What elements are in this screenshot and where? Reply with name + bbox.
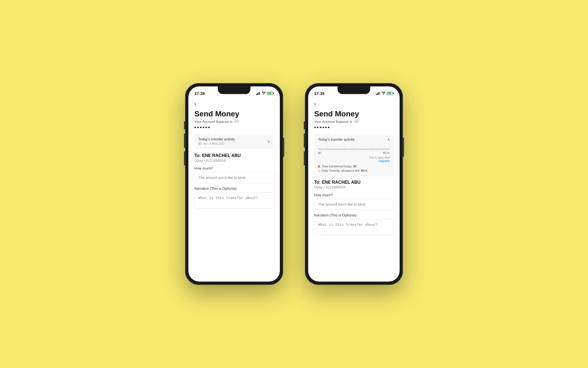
eye-icon-right[interactable]	[354, 119, 359, 124]
tier-info: Tier 1 daily limit	[318, 156, 390, 159]
narration-input-left[interactable]	[194, 192, 274, 209]
balance-label-right: Your Account Balance is	[314, 120, 352, 124]
svg-rect-10	[372, 146, 372, 147]
phone-right: 17:26	[305, 83, 403, 285]
amount-label-right: How much?	[314, 193, 394, 197]
tier-label: Tier 1 daily limit	[369, 156, 390, 159]
mute-button-right[interactable]	[304, 121, 305, 129]
volume-up-button-right[interactable]	[304, 134, 305, 148]
narration-field-section-right: Narration (This is Optional)	[314, 213, 394, 236]
tick-marks	[318, 144, 390, 147]
recipient-section-right: To: ENE RACHEL ABU Opay • 8121688559	[314, 180, 394, 189]
activity-title-left: Today's transfer activity ₦0 out of ₦50,…	[198, 137, 235, 146]
amount-field-section-left: How much?	[194, 166, 274, 183]
back-button-right[interactable]: ‹	[314, 101, 321, 107]
chevron-up-icon-right[interactable]: ∧	[387, 137, 390, 141]
activity-subtitle-left: ₦0 out of ₦50,000	[198, 142, 235, 146]
phone-screen-left: 17:26	[188, 86, 280, 282]
content-right: ‹ Send Money Your Account Balance is •••…	[308, 98, 400, 282]
page-title-left: Send Money	[194, 110, 274, 118]
legend-allowance-text: Daily Transfer allowance left: ₦50k	[322, 169, 367, 173]
legend-transferred-text: Total transferred today: ₦0	[322, 165, 357, 168]
svg-rect-8	[354, 146, 354, 147]
svg-rect-6	[336, 146, 336, 147]
amount-label-left: How much?	[194, 166, 274, 170]
upgrade-link[interactable]: Upgrade	[318, 159, 390, 162]
activity-title-right: Today's transfer activity	[318, 137, 355, 141]
notch	[218, 86, 250, 94]
status-time-left: 17:26	[194, 91, 205, 96]
transfer-activity-right[interactable]: Today's transfer activity ∧	[314, 134, 394, 177]
volume-down-button[interactable]	[184, 151, 185, 165]
svg-rect-5	[327, 146, 327, 147]
status-icons-left	[256, 91, 274, 95]
chevron-down-icon-left[interactable]: ∨	[267, 139, 270, 144]
recipient-name-right: To: ENE RACHEL ABU	[314, 180, 394, 185]
power-button[interactable]	[283, 138, 284, 157]
progress-max-label: ₦50k	[383, 151, 390, 155]
legend-dot-allowance	[318, 170, 320, 172]
status-time-right: 17:26	[314, 91, 324, 96]
volume-down-button-right[interactable]	[304, 151, 305, 165]
svg-rect-12	[390, 145, 390, 147]
progress-labels: ₦0 ₦50k	[318, 151, 390, 155]
activity-header-left[interactable]: Today's transfer activity ₦0 out of ₦50,…	[198, 137, 270, 146]
svg-rect-7	[345, 146, 345, 147]
volume-up-button[interactable]	[184, 134, 185, 148]
svg-rect-11	[380, 146, 381, 147]
balance-row-left: Your Account Balance is	[194, 119, 274, 124]
content-left: ‹ Send Money Your Account Balance is •••…	[188, 98, 280, 282]
svg-rect-4	[318, 145, 318, 147]
recipient-section-left: To: ENE RACHEL ABU Opay • 8121688559	[194, 153, 274, 162]
battery-icon-right	[387, 92, 394, 95]
recipient-sub-left: Opay • 8121688559	[194, 158, 274, 162]
balance-label-left: Your Account Balance is	[194, 120, 232, 124]
back-button-left[interactable]: ‹	[194, 101, 201, 107]
battery-icon	[267, 92, 274, 95]
wifi-icon	[262, 91, 266, 95]
narration-label-left: Narration (This is Optional)	[194, 186, 274, 191]
page-title-right: Send Money	[314, 110, 394, 118]
progress-min-label: ₦0	[318, 151, 321, 155]
amount-input-left[interactable]	[194, 172, 274, 183]
activity-header-right[interactable]: Today's transfer activity ∧	[318, 137, 390, 141]
legend-dot-transferred	[318, 165, 320, 168]
eye-icon-left[interactable]	[234, 119, 239, 124]
recipient-sub-right: Opay • 8121688559	[314, 185, 394, 189]
power-button-right[interactable]	[403, 138, 404, 157]
progress-track	[318, 148, 390, 150]
narration-input-right[interactable]	[314, 219, 394, 235]
narration-label-right: Narration (This is Optional)	[314, 213, 394, 217]
svg-rect-9	[363, 146, 363, 147]
balance-dots-right: ••••••	[314, 124, 394, 131]
amount-field-section-right: How much?	[314, 193, 394, 210]
notch-right	[338, 86, 370, 94]
mute-button[interactable]	[184, 121, 185, 129]
transfer-activity-left[interactable]: Today's transfer activity ₦0 out of ₦50,…	[194, 134, 274, 149]
balance-row-right: Your Account Balance is	[314, 119, 394, 124]
upgrade-container[interactable]: Upgrade	[318, 159, 390, 162]
signal-icon-right	[376, 92, 381, 95]
recipient-name-left: To: ENE RACHEL ABU	[194, 153, 274, 158]
legend-transferred: Total transferred today: ₦0	[318, 165, 390, 168]
wifi-icon-right	[382, 91, 385, 95]
signal-icon	[256, 92, 261, 95]
legend-allowance: Daily Transfer allowance left: ₦50k	[318, 169, 390, 173]
phone-screen-right: 17:26	[308, 86, 400, 282]
amount-input-right[interactable]	[314, 199, 394, 210]
legend: Total transferred today: ₦0 Daily Transf…	[318, 165, 390, 173]
status-icons-right	[376, 91, 394, 95]
phone-left: 17:26	[185, 83, 283, 285]
balance-dots-left: ••••••	[194, 124, 274, 131]
progress-bar-container: ₦0 ₦50k Tier 1 daily limit Upgrade Total…	[318, 144, 390, 173]
narration-field-section-left: Narration (This is Optional)	[194, 186, 274, 210]
